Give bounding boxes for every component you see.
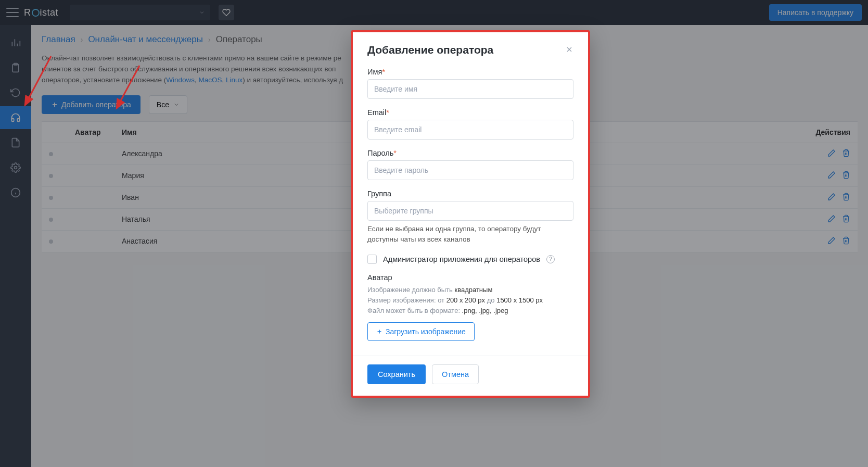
email-label: Email*: [367, 108, 573, 117]
close-icon: [565, 45, 573, 54]
upload-avatar-button[interactable]: Загрузить изображение: [367, 322, 475, 341]
password-input[interactable]: [367, 160, 573, 180]
avatar-label: Аватар: [367, 273, 573, 282]
group-hint: Если не выбрана ни одна группа, то опера…: [367, 224, 573, 245]
save-button[interactable]: Сохранить: [367, 364, 426, 384]
modal-close-button[interactable]: [565, 44, 573, 56]
name-input[interactable]: [367, 79, 573, 99]
admin-label: Администратор приложения для операторов: [383, 255, 540, 263]
cancel-button[interactable]: Отмена: [432, 364, 479, 384]
avatar-hint: Изображение должно быть квадратным Разме…: [367, 285, 573, 316]
admin-checkbox[interactable]: [367, 255, 377, 264]
group-label: Группа: [367, 190, 573, 198]
upload-label: Загрузить изображение: [386, 327, 466, 336]
add-operator-modal: Добавление оператора Имя* Email* Пароль*…: [351, 30, 590, 398]
password-label: Пароль*: [367, 149, 573, 157]
plus-icon: [376, 329, 382, 335]
email-input[interactable]: [367, 120, 573, 140]
name-label: Имя*: [367, 68, 573, 76]
group-select[interactable]: [367, 201, 573, 221]
help-icon[interactable]: ?: [546, 255, 555, 263]
modal-title: Добавление оператора: [367, 44, 493, 56]
